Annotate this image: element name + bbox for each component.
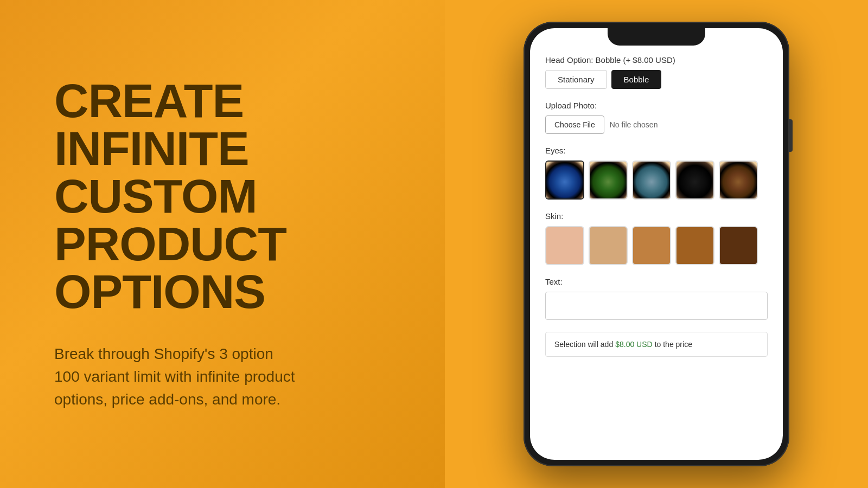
upload-photo-label: Upload Photo: — [545, 101, 768, 110]
phone-screen: Head Option: Bobble (+ $8.00 USD) Statio… — [530, 28, 783, 460]
head-option-value: Bobble (+ $8.00 USD) — [596, 55, 675, 65]
headline: CREATE INFINITE CUSTOM PRODUCT OPTIONS — [54, 77, 401, 316]
headline-line1: CREATE — [54, 74, 244, 127]
eye-swatch-blue[interactable] — [545, 160, 584, 200]
skin-swatch-row — [545, 226, 768, 265]
file-upload-row: Choose File No file chosen — [545, 115, 768, 134]
no-file-text: No file chosen — [610, 120, 658, 129]
eyes-swatch-row — [545, 160, 768, 200]
text-label: Text: — [545, 277, 768, 286]
skin-swatch-2[interactable] — [589, 226, 628, 265]
upload-photo-section: Upload Photo: Choose File No file chosen — [545, 101, 768, 134]
right-section: Head Option: Bobble (+ $8.00 USD) Statio… — [445, 0, 868, 488]
eye-brown-img — [720, 162, 757, 198]
eye-swatch-green[interactable] — [589, 160, 628, 200]
text-section: Text: — [545, 277, 768, 320]
skin-label: Skin: — [545, 211, 768, 221]
price-suffix: to the price — [655, 340, 692, 349]
eye-swatch-grey[interactable] — [632, 160, 671, 200]
bobble-button[interactable]: Bobble — [611, 70, 662, 89]
eye-green-img — [590, 162, 627, 198]
headline-line2: INFINITE CUSTOM — [54, 121, 257, 223]
screen-content: Head Option: Bobble (+ $8.00 USD) Statio… — [530, 28, 783, 460]
price-prefix: Selection will add — [554, 340, 613, 349]
price-value: $8.00 USD — [615, 340, 652, 349]
phone-side-button — [789, 119, 793, 152]
choose-file-button[interactable]: Choose File — [545, 115, 604, 134]
stationary-button[interactable]: Stationary — [545, 70, 607, 89]
phone-mockup: Head Option: Bobble (+ $8.00 USD) Statio… — [524, 22, 789, 466]
phone-notch — [608, 28, 705, 46]
head-option-label: Head Option: Bobble (+ $8.00 USD) — [545, 55, 768, 65]
eyes-section: Eyes: — [545, 146, 768, 200]
price-notice-section: Selection will add $8.00 USD to the pric… — [545, 332, 768, 357]
skin-swatch-4[interactable] — [675, 226, 714, 265]
price-notice: Selection will add $8.00 USD to the pric… — [545, 332, 768, 357]
skin-swatch-3[interactable] — [632, 226, 671, 265]
eye-swatch-brown[interactable] — [719, 160, 758, 200]
skin-section: Skin: — [545, 211, 768, 265]
eye-dark-img — [676, 162, 713, 198]
left-section: CREATE INFINITE CUSTOM PRODUCT OPTIONS B… — [0, 0, 445, 488]
subtext: Break through Shopify's 3 option100 vari… — [54, 343, 401, 411]
text-input[interactable] — [545, 292, 768, 320]
skin-swatch-5[interactable] — [719, 226, 758, 265]
eye-grey-img — [633, 162, 670, 198]
eye-swatch-dark[interactable] — [675, 160, 714, 200]
head-option-section: Head Option: Bobble (+ $8.00 USD) Statio… — [545, 55, 768, 89]
head-option-key: Head Option: — [545, 55, 593, 65]
eye-blue-img — [546, 162, 583, 198]
skin-swatch-1[interactable] — [545, 226, 584, 265]
eyes-label: Eyes: — [545, 146, 768, 155]
head-option-buttons: Stationary Bobble — [545, 70, 768, 89]
headline-line3: PRODUCT OPTIONS — [54, 217, 286, 318]
